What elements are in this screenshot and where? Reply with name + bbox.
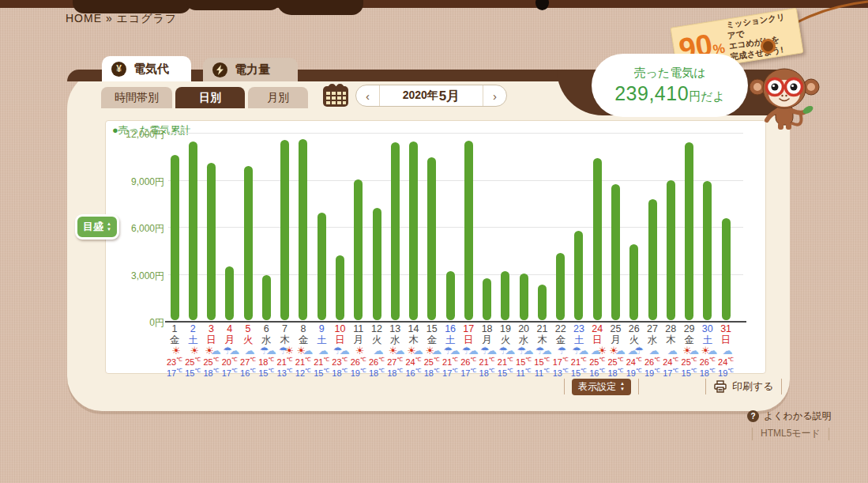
bar-day-21 xyxy=(538,285,547,320)
y-axis-tick: 12,000円 xyxy=(109,128,164,142)
weather-icons: ☀☁ xyxy=(202,345,221,356)
bar-day-13 xyxy=(391,142,400,320)
x-label-day-1: 1金☀23℃17℃ xyxy=(165,324,184,377)
tag-hole xyxy=(761,39,776,54)
display-settings-button[interactable]: 表示設定 ▲▼ xyxy=(572,379,631,395)
bubble-amount: 239,410円だよ xyxy=(592,82,748,105)
current-month-label: 2020年5月 xyxy=(380,85,483,106)
banner-logo-fragment xyxy=(276,0,363,15)
print-button[interactable]: 印刷する xyxy=(713,379,774,394)
weather-icons: ☁ xyxy=(716,345,735,356)
x-label-day-14: 14木☀☁24℃16℃ xyxy=(404,324,423,377)
x-label-day-17: 17日☂☁26℃17℃ xyxy=(459,324,478,377)
bar-day-12 xyxy=(373,208,381,320)
sun-icon: ☀ xyxy=(598,345,604,357)
help-link[interactable]: ? よくわかる説明 xyxy=(747,409,831,423)
tab-label: 電力量 xyxy=(235,62,270,77)
weather-icons: ☂☁ xyxy=(569,345,588,356)
x-label-day-10: 10日☂☁23℃18℃ xyxy=(330,324,349,377)
bar-day-24 xyxy=(593,158,602,320)
weather-icons: ☂ xyxy=(551,345,570,356)
html5-mode-link[interactable]: HTML5モード xyxy=(744,427,837,440)
subtab-by-day[interactable]: 日別 xyxy=(175,87,245,108)
weather-icons: ☂☁ xyxy=(496,345,515,356)
yen-icon: ¥ xyxy=(111,62,126,77)
bubble-caption: 売った電気は xyxy=(592,66,748,81)
weather-icons: ☂☁ xyxy=(478,345,497,356)
gridline xyxy=(168,180,743,181)
weather-icons: ☁☂ xyxy=(625,345,644,356)
cloud-icon: ☁ xyxy=(318,345,325,357)
weather-icons: ☀☁ xyxy=(385,345,404,356)
bar-day-5 xyxy=(244,166,253,320)
scale-button[interactable]: 目盛 ▲▼ xyxy=(75,214,119,240)
breadcrumb-home-link[interactable]: HOME xyxy=(66,12,102,25)
cloud-icon: ☁ xyxy=(340,345,347,357)
weather-icons: ☀☁ xyxy=(698,345,717,356)
next-month-button[interactable]: › xyxy=(483,85,506,106)
bar-day-16 xyxy=(446,271,455,320)
x-label-day-7: 7木☂☀21℃13℃ xyxy=(276,324,295,377)
gridline xyxy=(168,227,743,228)
x-label-day-11: 11月☀26℃19℃ xyxy=(349,324,368,377)
x-label-day-31: 31日☁24℃19℃ xyxy=(716,324,735,377)
x-axis-line xyxy=(165,321,746,323)
divider xyxy=(705,379,706,394)
x-label-day-30: 30土☀☁26℃18℃ xyxy=(698,324,717,377)
bar-day-17 xyxy=(464,141,473,320)
umbrella-icon: ☂ xyxy=(333,345,340,357)
weather-icons: ☀☁ xyxy=(404,345,423,356)
x-label-day-9: 9土☁21℃15℃ xyxy=(312,324,331,377)
cloud-icon: ☁ xyxy=(723,345,730,357)
mission-text: ミッションクリアで エコめがねを 完成させよう! xyxy=(726,10,798,62)
top-banner xyxy=(0,0,868,8)
banner-dot xyxy=(535,0,549,10)
subtab-by-month[interactable]: 月別 xyxy=(248,87,308,108)
subtab-by-time[interactable]: 時間帯別 xyxy=(101,87,172,108)
sun-icon: ☀ xyxy=(682,345,689,357)
gridline xyxy=(168,274,743,275)
weather-icons: ☀ xyxy=(349,345,368,356)
prev-month-button[interactable]: ‹ xyxy=(356,85,380,106)
umbrella-icon: ☂ xyxy=(480,345,487,357)
x-label-day-21: 21木☂☁15℃11℃ xyxy=(532,324,551,377)
chart-footer-controls: 表示設定 ▲▼ 印刷する xyxy=(557,378,789,395)
cloud-icon: ☁ xyxy=(667,345,674,357)
weather-icons: ☂☁ xyxy=(441,345,460,356)
breadcrumb-current: エコグラフ xyxy=(117,12,178,25)
sun-icon: ☀ xyxy=(285,345,291,357)
weather-icons: ☁☀ xyxy=(588,345,607,356)
main-card: ¥ 電気代 電力量 時間帯別 日別 月別 ‹ xyxy=(67,70,790,411)
cloud-icon: ☁ xyxy=(431,345,438,357)
sort-arrows-icon: ▲▼ xyxy=(620,381,625,391)
bar-day-15 xyxy=(427,157,436,320)
umbrella-icon: ☂ xyxy=(260,345,266,357)
bar-day-26 xyxy=(629,244,638,320)
bar-day-2 xyxy=(189,142,197,320)
cloud-icon: ☁ xyxy=(302,345,310,357)
monkey-mascot xyxy=(745,60,824,131)
cloud-icon: ☁ xyxy=(374,345,381,357)
cloud-icon: ☁ xyxy=(487,345,494,357)
divider xyxy=(781,379,782,394)
weather-icons: ☂☁ xyxy=(514,345,533,356)
printer-icon xyxy=(713,380,727,393)
breadcrumb-separator: » xyxy=(106,12,113,25)
sold-electricity-bubble: 売った電気は 239,410円だよ xyxy=(592,54,748,117)
weather-icons: ☂☁ xyxy=(220,345,239,356)
divider xyxy=(752,428,753,440)
bar-day-11 xyxy=(354,179,363,320)
x-label-day-4: 4月☂☁20℃17℃ xyxy=(220,324,239,377)
calendar-button[interactable] xyxy=(322,83,349,108)
x-label-day-29: 29金☀☁25℃15℃ xyxy=(680,324,699,377)
cloud-icon: ☁ xyxy=(449,345,457,357)
cloud-icon: ☁ xyxy=(707,345,714,357)
bar-day-7 xyxy=(280,140,289,320)
umbrella-icon: ☂ xyxy=(279,345,285,357)
cloud-icon: ☁ xyxy=(615,345,622,357)
cloud-icon: ☁ xyxy=(413,345,420,357)
tab-electricity-cost[interactable]: ¥ 電気代 xyxy=(102,56,191,81)
umbrella-icon: ☂ xyxy=(634,345,641,357)
question-icon: ? xyxy=(747,410,759,422)
tab-electricity-amount[interactable]: 電力量 xyxy=(203,58,298,81)
